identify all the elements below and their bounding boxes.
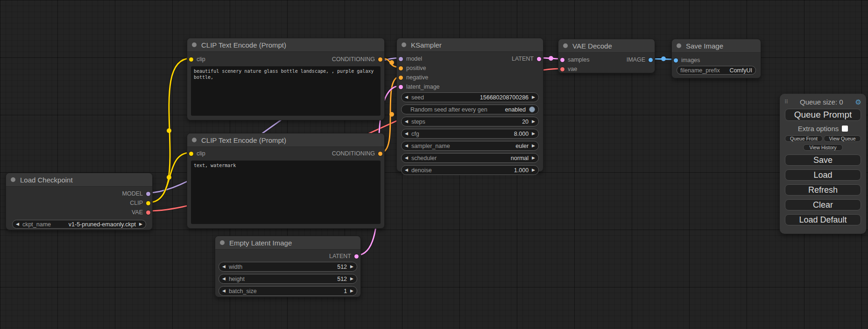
node-header[interactable]: CLIP Text Encode (Prompt) bbox=[187, 133, 384, 147]
output-slot-latent[interactable] bbox=[537, 57, 541, 61]
collapse-dot-icon[interactable] bbox=[220, 240, 225, 245]
decrement-arrow-icon[interactable]: ◀ bbox=[405, 144, 408, 148]
widget-scheduler[interactable]: ◀ scheduler normal ▶ bbox=[401, 153, 539, 163]
node-save-image[interactable]: Save Image images filename_prefix ComfyU… bbox=[671, 39, 761, 78]
decrement-arrow-icon[interactable]: ◀ bbox=[405, 95, 408, 99]
increment-arrow-icon[interactable]: ▶ bbox=[532, 132, 535, 136]
link-midpoint-dot bbox=[661, 56, 666, 61]
input-slot-images[interactable] bbox=[674, 58, 678, 63]
widget-label: Random seed after every gen bbox=[405, 106, 487, 113]
output-label: CLIP bbox=[130, 200, 143, 206]
widget-batch-size[interactable]: ◀ batch_size 1 ▶ bbox=[219, 286, 357, 296]
extra-options-checkbox[interactable] bbox=[842, 126, 848, 132]
node-vae-decode[interactable]: VAE Decode samples IMAGE vae bbox=[558, 39, 655, 73]
increment-arrow-icon[interactable]: ▶ bbox=[532, 144, 535, 148]
decrement-arrow-icon[interactable]: ◀ bbox=[222, 289, 226, 293]
increment-arrow-icon[interactable]: ▶ bbox=[350, 289, 353, 293]
widget-label: filename_prefix bbox=[680, 67, 720, 74]
decrement-arrow-icon[interactable]: ◀ bbox=[405, 168, 408, 172]
widget-value: 512 bbox=[337, 264, 347, 270]
increment-arrow-icon[interactable]: ▶ bbox=[350, 277, 353, 281]
output-label: LATENT bbox=[329, 253, 351, 259]
collapse-dot-icon[interactable] bbox=[192, 138, 197, 142]
collapse-dot-icon[interactable] bbox=[677, 43, 681, 48]
comfyui-canvas[interactable]: { "colors": { "model": "#B39DDB", "clip"… bbox=[0, 0, 868, 329]
output-label: CONDITIONING bbox=[332, 56, 375, 63]
input-slot-model[interactable] bbox=[399, 57, 403, 61]
load-default-button[interactable]: Load Default bbox=[785, 214, 861, 225]
input-label: model bbox=[406, 56, 422, 62]
decrement-arrow-icon[interactable]: ◀ bbox=[222, 265, 226, 269]
decrement-arrow-icon[interactable]: ◀ bbox=[222, 277, 226, 281]
settings-gear-icon[interactable]: ⚙ bbox=[855, 98, 861, 105]
save-button[interactable]: Save bbox=[785, 154, 861, 166]
input-slot-clip[interactable] bbox=[189, 152, 193, 156]
output-slot-image[interactable] bbox=[649, 58, 653, 62]
collapse-dot-icon[interactable] bbox=[563, 43, 568, 48]
drag-handle-icon[interactable]: ⠿ bbox=[784, 99, 788, 105]
widget-random-seed[interactable]: Random seed after every gen enabled bbox=[401, 105, 539, 114]
widget-ckpt-name[interactable]: ◀ ckpt_name v1-5-pruned-emaonly.ckpt ▶ bbox=[12, 220, 146, 229]
link-midpoint-dot bbox=[167, 175, 171, 180]
decrement-arrow-icon[interactable]: ◀ bbox=[405, 156, 408, 160]
widget-cfg[interactable]: ◀ cfg 8.000 ▶ bbox=[401, 129, 539, 139]
node-header[interactable]: Save Image bbox=[672, 39, 761, 53]
output-slot-conditioning[interactable] bbox=[378, 152, 382, 156]
queue-prompt-button[interactable]: Queue Prompt bbox=[785, 109, 861, 121]
widget-height[interactable]: ◀ height 512 ▶ bbox=[219, 274, 357, 284]
input-slot-clip[interactable] bbox=[189, 57, 193, 62]
node-empty-latent-image[interactable]: Empty Latent Image LATENT ◀ width 512 ▶ … bbox=[215, 236, 361, 297]
input-slot-negative[interactable] bbox=[399, 76, 403, 80]
queue-size-label: Queue size: 0 bbox=[788, 98, 855, 106]
widget-sampler-name[interactable]: ◀ sampler_name euler ▶ bbox=[401, 141, 539, 151]
input-slot-positive[interactable] bbox=[399, 66, 403, 70]
increment-arrow-icon[interactable]: ▶ bbox=[350, 265, 353, 269]
view-queue-button[interactable]: View Queue bbox=[824, 135, 861, 142]
refresh-button[interactable]: Refresh bbox=[785, 184, 861, 196]
view-history-button[interactable]: View History bbox=[803, 144, 843, 151]
output-slot-model[interactable] bbox=[146, 192, 150, 196]
load-button[interactable]: Load bbox=[785, 169, 861, 181]
increment-arrow-icon[interactable]: ▶ bbox=[532, 156, 535, 160]
node-title: Load Checkpoint bbox=[20, 176, 73, 184]
output-slot-conditioning[interactable] bbox=[378, 57, 382, 62]
collapse-dot-icon[interactable] bbox=[402, 42, 406, 47]
collapse-dot-icon[interactable] bbox=[11, 177, 15, 182]
input-slot-vae[interactable] bbox=[560, 67, 565, 71]
node-header[interactable]: Empty Latent Image bbox=[215, 236, 360, 250]
node-load-checkpoint[interactable]: Load Checkpoint MODEL CLIP VAE ◀ ckpt_na… bbox=[6, 173, 153, 230]
node-title: Save Image bbox=[686, 42, 723, 50]
prompt-textarea[interactable]: text, watermark bbox=[191, 161, 381, 224]
decrement-arrow-icon[interactable]: ◀ bbox=[405, 132, 408, 136]
node-clip-text-encode-positive[interactable]: CLIP Text Encode (Prompt) clip CONDITION… bbox=[187, 38, 385, 120]
widget-width[interactable]: ◀ width 512 ▶ bbox=[219, 262, 357, 272]
node-header[interactable]: VAE Decode bbox=[558, 39, 655, 53]
output-label: CONDITIONING bbox=[332, 150, 375, 157]
increment-arrow-icon[interactable]: ▶ bbox=[532, 95, 535, 99]
node-header[interactable]: CLIP Text Encode (Prompt) bbox=[187, 38, 384, 52]
decrement-arrow-icon[interactable]: ◀ bbox=[16, 222, 19, 226]
output-slot-latent[interactable] bbox=[354, 254, 359, 259]
output-slot-clip[interactable] bbox=[146, 201, 150, 205]
queue-front-button[interactable]: Queue Front bbox=[785, 135, 823, 142]
prompt-textarea[interactable]: beautiful scenery nature glass bottle la… bbox=[191, 66, 381, 116]
increment-arrow-icon[interactable]: ▶ bbox=[532, 119, 535, 124]
toggle-on-icon[interactable] bbox=[529, 106, 535, 112]
widget-denoise[interactable]: ◀ denoise 1.000 ▶ bbox=[401, 165, 539, 175]
decrement-arrow-icon[interactable]: ◀ bbox=[405, 119, 408, 124]
input-slot-latent-image[interactable] bbox=[399, 85, 403, 89]
node-clip-text-encode-negative[interactable]: CLIP Text Encode (Prompt) clip CONDITION… bbox=[187, 133, 385, 229]
widget-filename-prefix[interactable]: filename_prefix ComfyUI bbox=[677, 66, 756, 75]
node-ksampler[interactable]: KSampler model LATENT positive negative … bbox=[396, 38, 543, 172]
input-slot-samples[interactable] bbox=[560, 58, 565, 62]
collapse-dot-icon[interactable] bbox=[192, 42, 197, 47]
increment-arrow-icon[interactable]: ▶ bbox=[139, 222, 142, 226]
widget-value: 1 bbox=[344, 288, 347, 294]
widget-seed[interactable]: ◀ seed 156680208700286 ▶ bbox=[401, 92, 539, 102]
output-slot-vae[interactable] bbox=[146, 210, 150, 215]
node-header[interactable]: KSampler bbox=[397, 38, 543, 52]
increment-arrow-icon[interactable]: ▶ bbox=[532, 168, 535, 172]
widget-steps[interactable]: ◀ steps 20 ▶ bbox=[401, 117, 539, 126]
node-header[interactable]: Load Checkpoint bbox=[6, 173, 152, 187]
clear-button[interactable]: Clear bbox=[785, 199, 861, 210]
